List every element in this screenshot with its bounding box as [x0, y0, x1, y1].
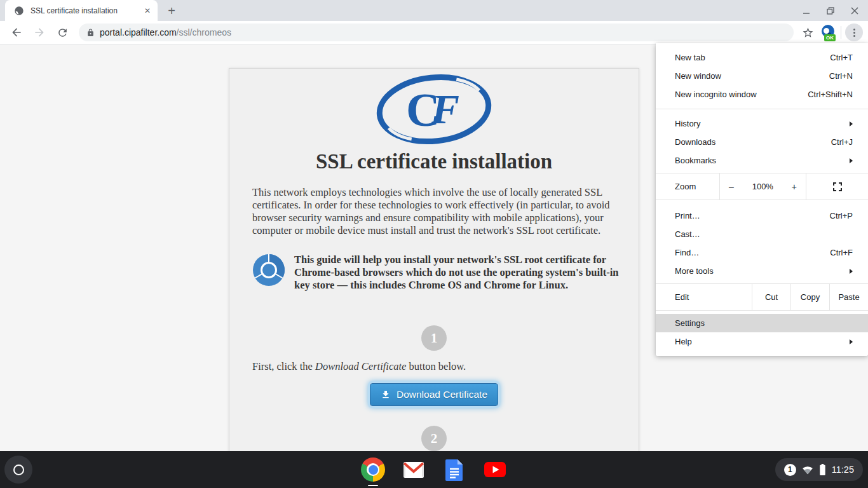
- fullscreen-button[interactable]: [806, 173, 868, 200]
- toolbar-separator: [841, 26, 841, 39]
- chromeos-screen: SSL certificate installation ✕ +: [0, 0, 868, 488]
- extension-button[interactable]: OK: [820, 24, 837, 41]
- edit-cut-button[interactable]: Cut: [752, 284, 790, 310]
- download-certificate-button[interactable]: Download Certificate: [370, 383, 498, 406]
- chrome-app-menu: New tab Ctrl+T New window Ctrl+N New inc…: [656, 43, 868, 356]
- zoom-label: Zoom: [656, 173, 719, 200]
- status-tray[interactable]: 1 11:25: [775, 458, 863, 481]
- zoom-out-button[interactable]: –: [729, 182, 734, 192]
- content-card: C F SSL certificate installation This ne…: [229, 68, 639, 451]
- forward-button[interactable]: [31, 24, 48, 41]
- shelf-app-docs[interactable]: [442, 457, 467, 482]
- submenu-arrow-icon: [850, 121, 853, 126]
- zoom-controls: – 100% +: [719, 173, 806, 200]
- battery-icon: [819, 464, 826, 475]
- chromeos-shelf: 1 11:25: [0, 451, 868, 488]
- menu-item-label: Find…: [675, 248, 830, 257]
- menu-zoom-row: Zoom – 100% +: [656, 173, 868, 200]
- shelf-app-gmail[interactable]: [401, 457, 426, 482]
- step-1-button-name: Download Certificate: [315, 360, 406, 372]
- wifi-icon: [802, 465, 813, 475]
- menu-item-history[interactable]: History: [656, 114, 868, 133]
- step-1-instruction: First, click the Download Certificate bu…: [252, 360, 618, 373]
- menu-item-new-incognito-window[interactable]: New incognito window Ctrl+Shift+N: [656, 85, 868, 104]
- edit-label: Edit: [656, 284, 752, 310]
- new-tab-button[interactable]: +: [164, 3, 179, 18]
- menu-item-shortcut: Ctrl+J: [831, 137, 853, 147]
- gmail-icon: [401, 457, 426, 482]
- menu-item-bookmarks[interactable]: Bookmarks: [656, 151, 868, 170]
- step-2-badge: 2: [421, 426, 447, 451]
- back-button[interactable]: [8, 24, 25, 41]
- menu-item-cast[interactable]: Cast…: [656, 225, 868, 243]
- youtube-icon: [482, 457, 508, 482]
- url-text: portal.cipafilter.com/ssl/chromeos: [100, 27, 231, 37]
- menu-item-find[interactable]: Find… Ctrl+F: [656, 243, 868, 262]
- menu-item-label: New tab: [675, 53, 830, 62]
- submenu-arrow-icon: [850, 269, 853, 274]
- menu-edit-row: Edit Cut Copy Paste: [656, 283, 868, 311]
- menu-item-label: Cast…: [675, 229, 853, 239]
- intro-paragraph: This network employs technologies which …: [252, 186, 618, 237]
- cipafilter-logo: C F: [229, 74, 639, 145]
- download-icon: [381, 390, 391, 400]
- active-app-indicator: [368, 485, 378, 487]
- docs-icon: [442, 457, 467, 482]
- restore-button[interactable]: [821, 2, 840, 20]
- shelf-apps: [0, 451, 868, 488]
- menu-item-label: History: [675, 119, 850, 128]
- zoom-in-button[interactable]: +: [792, 182, 797, 192]
- url-path: /ssl/chromeos: [177, 27, 231, 37]
- tab-close-icon[interactable]: ✕: [142, 6, 153, 16]
- lock-icon[interactable]: [86, 29, 95, 37]
- svg-text:F: F: [431, 86, 459, 132]
- menu-kebab-button[interactable]: [845, 24, 863, 41]
- menu-separator: [656, 109, 868, 109]
- browser-toolbar: portal.cipafilter.com/ssl/chromeos OK: [0, 21, 868, 44]
- clock: 11:25: [832, 464, 854, 475]
- menu-item-label: New incognito window: [675, 90, 808, 99]
- chrome-icon: [361, 458, 385, 482]
- notification-counter: 1: [784, 464, 796, 476]
- url-host: portal.cipafilter.com: [100, 27, 177, 37]
- chromium-icon: [252, 254, 285, 292]
- menu-item-shortcut: Ctrl+P: [830, 211, 853, 220]
- zoom-level: 100%: [752, 182, 773, 191]
- page-title: SSL certificate installation: [229, 150, 639, 173]
- menu-item-shortcut: Ctrl+F: [830, 248, 853, 257]
- edit-copy-button[interactable]: Copy: [790, 284, 829, 310]
- tab-title: SSL certificate installation: [31, 6, 142, 15]
- menu-item-help[interactable]: Help: [656, 332, 868, 351]
- guide-row: This guide will help you install your ne…: [252, 254, 621, 292]
- close-window-button[interactable]: [845, 2, 864, 20]
- globe-favicon-icon: [13, 4, 25, 17]
- reload-button[interactable]: [53, 24, 71, 41]
- menu-item-label: Print…: [675, 211, 830, 220]
- menu-item-label: Downloads: [675, 137, 831, 147]
- menu-item-label: Settings: [675, 318, 853, 328]
- step-1-badge: 1: [421, 325, 447, 351]
- menu-item-new-tab[interactable]: New tab Ctrl+T: [656, 48, 868, 67]
- download-button-label: Download Certificate: [397, 389, 487, 400]
- submenu-arrow-icon: [850, 339, 853, 344]
- menu-item-label: Help: [675, 337, 850, 346]
- browser-tab[interactable]: SSL certificate installation ✕: [5, 0, 158, 21]
- menu-item-downloads[interactable]: Downloads Ctrl+J: [656, 133, 868, 151]
- guide-text: This guide will help you install your ne…: [294, 254, 621, 292]
- shelf-app-chrome[interactable]: [360, 457, 386, 482]
- toolbar-actions: OK: [799, 24, 863, 41]
- menu-item-shortcut: Ctrl+T: [830, 53, 853, 62]
- edit-paste-button[interactable]: Paste: [829, 284, 868, 310]
- menu-item-label: More tools: [675, 266, 850, 276]
- minimize-button[interactable]: [797, 2, 816, 20]
- menu-item-shortcut: Ctrl+N: [829, 71, 853, 81]
- shelf-app-youtube[interactable]: [482, 457, 508, 482]
- bookmark-star-icon[interactable]: [799, 24, 817, 41]
- menu-item-new-window[interactable]: New window Ctrl+N: [656, 67, 868, 85]
- address-bar[interactable]: portal.cipafilter.com/ssl/chromeos: [79, 24, 794, 41]
- menu-item-shortcut: Ctrl+Shift+N: [808, 90, 853, 99]
- menu-item-print[interactable]: Print… Ctrl+P: [656, 207, 868, 225]
- menu-item-label: Bookmarks: [675, 156, 850, 165]
- menu-item-settings[interactable]: Settings: [656, 314, 868, 332]
- menu-item-more-tools[interactable]: More tools: [656, 262, 868, 280]
